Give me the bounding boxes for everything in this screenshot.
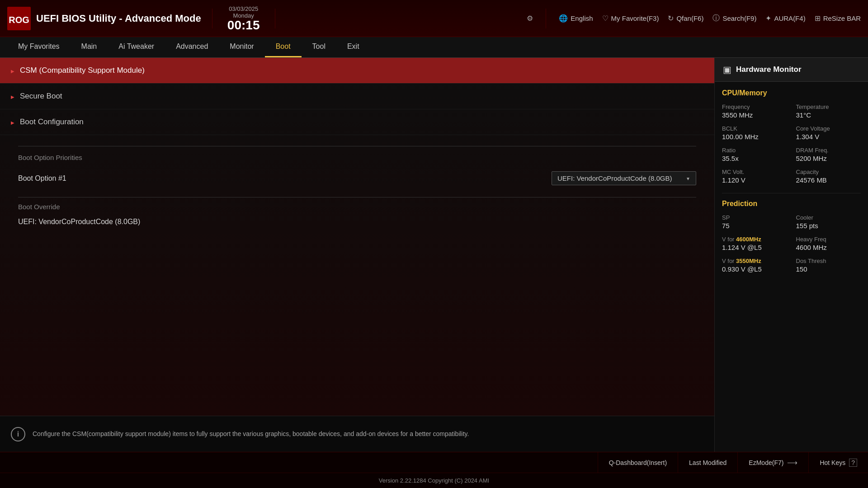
version-text: Version 2.22.1284 Copyright (C) 2024 AMI: [379, 477, 489, 484]
hw-monitor-header: ▣ Hardware Monitor: [715, 58, 868, 82]
cooler-value: 155 pts: [796, 222, 861, 230]
main-content: CSM (Compatibility Support Module) Secur…: [0, 58, 714, 452]
hot-keys-icon: ?: [849, 459, 857, 467]
dropdown-arrow-icon: [686, 175, 690, 182]
heavy-freq-label: Heavy Freq: [796, 236, 861, 243]
dos-thresh-label: Dos Thresh: [796, 258, 861, 264]
dos-thresh-item: Dos Thresh 150: [796, 258, 861, 273]
secure-boot-section-row[interactable]: Secure Boot: [0, 84, 714, 109]
override-divider: [18, 197, 696, 197]
nav-monitor[interactable]: Monitor: [219, 37, 264, 57]
divider: [212, 9, 212, 28]
info-icon: i: [11, 427, 25, 441]
search-icon: ⓘ: [712, 14, 720, 23]
globe-icon: [559, 14, 568, 23]
nav-main[interactable]: Main: [71, 37, 108, 57]
ratio-label: Ratio: [722, 147, 787, 154]
ezmode-icon: ⟶: [787, 458, 797, 467]
nav-boot[interactable]: Boot: [265, 37, 302, 57]
hot-keys-button[interactable]: Hot Keys ?: [808, 452, 868, 473]
csm-section-row[interactable]: CSM (Compatibility Support Module): [0, 58, 714, 84]
bottom-bar: Q-Dashboard(Insert) Last Modified EzMode…: [0, 452, 868, 488]
boot-option-1-value: UEFI: VendorCoProductCode (8.0GB): [557, 174, 672, 182]
language-label: English: [571, 14, 593, 22]
temperature-item: Temperature 31°C: [796, 103, 861, 119]
cooler-label: Cooler: [796, 214, 861, 221]
svg-text:ROG: ROG: [9, 15, 29, 25]
ratio-value: 35.5x: [722, 155, 787, 162]
v-3550-value: 0.930 V @L5: [722, 265, 787, 273]
v-4600-freq-highlight: 4600MHz: [736, 236, 761, 243]
bclk-value: 100.00 MHz: [722, 133, 787, 141]
v-4600-label: V for 4600MHz: [722, 236, 787, 243]
v-4600-item: V for 4600MHz 1.124 V @L5: [722, 236, 787, 251]
sp-label: SP: [722, 214, 787, 221]
csm-title: CSM (Compatibility Support Module): [20, 66, 145, 75]
gear-icon: [527, 14, 533, 23]
search-button[interactable]: ⓘ Search(F9): [712, 14, 756, 23]
aura-icon: ✦: [765, 14, 771, 23]
qfan-icon: ↻: [668, 14, 674, 23]
frequency-item: Frequency 3550 MHz: [722, 103, 787, 119]
nav-advanced[interactable]: Advanced: [165, 37, 219, 57]
nav-my-favorites[interactable]: My Favorites: [7, 37, 71, 57]
settings-button[interactable]: [527, 14, 533, 23]
prediction-section-title: Prediction: [722, 200, 861, 208]
my-favorite-button[interactable]: ♡ My Favorite(F3): [602, 14, 659, 23]
hw-monitor-title: Hardware Monitor: [736, 65, 802, 74]
rog-logo: ROG: [7, 7, 31, 30]
nav-tool[interactable]: Tool: [302, 37, 336, 57]
hw-divider: [722, 193, 861, 193]
bclk-item: BCLK 100.00 MHz: [722, 125, 787, 141]
frequency-value: 3550 MHz: [722, 111, 787, 119]
capacity-label: Capacity: [796, 169, 861, 175]
boot-option-1-label: Boot Option #1: [18, 174, 66, 183]
last-modified-button[interactable]: Last Modified: [678, 452, 737, 473]
date-text: 03/03/2025: [229, 5, 258, 12]
hw-monitor-panel: ▣ Hardware Monitor CPU/Memory Frequency …: [714, 58, 868, 452]
boot-option-1-row: Boot Option #1 UEFI: VendorCoProductCode…: [18, 167, 696, 190]
boot-config-arrow-icon: [11, 118, 14, 126]
boot-options-content: Boot Option Priorities Boot Option #1 UE…: [0, 135, 714, 283]
language-button[interactable]: English: [559, 14, 593, 23]
top-bar: ROG UEFI BIOS Utility - Advanced Mode 03…: [0, 0, 868, 37]
core-voltage-item: Core Voltage 1.304 V: [796, 125, 861, 141]
heavy-freq-value: 4600 MHz: [796, 244, 861, 251]
boot-override-item[interactable]: UEFI: VendorCoProductCode (8.0GB): [18, 215, 696, 229]
v-3550-label: V for 3550MHz: [722, 258, 787, 264]
v-3550-freq-highlight: 3550MHz: [736, 258, 761, 264]
bottom-buttons: Q-Dashboard(Insert) Last Modified EzMode…: [0, 452, 868, 473]
ezmode-label: EzMode(F7): [749, 459, 783, 466]
resize-bar-button[interactable]: ⊞ ReSize BAR: [815, 14, 861, 23]
qfan-button[interactable]: ↻ Qfan(F6): [668, 14, 703, 23]
qdashboard-button[interactable]: Q-Dashboard(Insert): [598, 452, 678, 473]
nav-ai-tweaker[interactable]: Ai Tweaker: [108, 37, 165, 57]
divider2: [275, 9, 275, 28]
boot-config-title: Boot Configuration: [20, 117, 84, 127]
my-favorite-label: My Favorite(F3): [611, 14, 659, 22]
time-text: 00:15: [227, 19, 260, 32]
spacer: [0, 283, 714, 416]
dos-thresh-value: 150: [796, 265, 861, 273]
boot-override-label: Boot Override: [18, 203, 696, 211]
resize-bar-label: ReSize BAR: [823, 14, 861, 22]
nav-exit[interactable]: Exit: [336, 37, 370, 57]
resize-icon: ⊞: [815, 14, 821, 23]
core-voltage-label: Core Voltage: [796, 125, 861, 132]
boot-config-section-row[interactable]: Boot Configuration: [0, 109, 714, 135]
datetime-area: 03/03/2025 Monday 00:15: [223, 5, 264, 32]
info-bar: i Configure the CSM(compatibility suppor…: [0, 416, 714, 452]
aura-button[interactable]: ✦ AURA(F4): [765, 14, 805, 23]
capacity-value: 24576 MB: [796, 176, 861, 184]
search-label: Search(F9): [722, 14, 756, 22]
aura-label: AURA(F4): [774, 14, 805, 22]
temperature-value: 31°C: [796, 111, 861, 119]
top-actions: English ♡ My Favorite(F3) ↻ Qfan(F6) ⓘ S…: [527, 9, 861, 28]
boot-option-1-dropdown[interactable]: UEFI: VendorCoProductCode (8.0GB): [552, 171, 696, 185]
divider3: [546, 9, 546, 28]
last-modified-label: Last Modified: [689, 459, 726, 466]
favorite-icon: ♡: [602, 14, 609, 23]
content-area: CSM (Compatibility Support Module) Secur…: [0, 58, 868, 452]
ezmode-button[interactable]: EzMode(F7) ⟶: [737, 452, 808, 473]
core-voltage-value: 1.304 V: [796, 133, 861, 141]
